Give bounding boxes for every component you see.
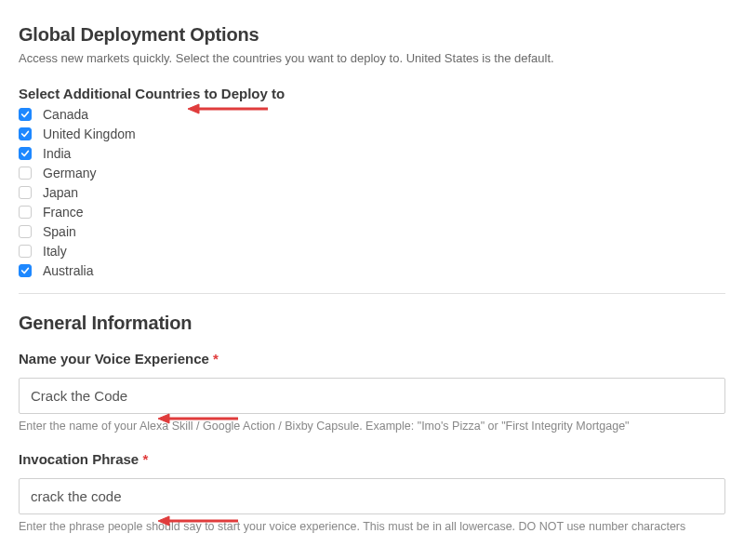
country-label: Spain xyxy=(43,224,76,239)
country-checkbox[interactable] xyxy=(19,108,32,121)
country-label: Canada xyxy=(43,107,88,122)
country-label: Germany xyxy=(43,166,97,180)
country-label: France xyxy=(43,205,84,220)
check-icon xyxy=(20,266,30,275)
name-experience-label: Name your Voice Experience * xyxy=(19,351,725,367)
name-experience-input[interactable] xyxy=(19,378,725,414)
country-label: Italy xyxy=(43,244,67,259)
country-row: United Kingdom xyxy=(19,127,725,141)
country-row: Germany xyxy=(19,166,725,180)
countries-list: CanadaUnited KingdomIndiaGermanyJapanFra… xyxy=(19,107,725,278)
country-checkbox[interactable] xyxy=(19,264,32,277)
country-row: Italy xyxy=(19,244,725,259)
country-row: Japan xyxy=(19,185,725,200)
country-row: France xyxy=(19,205,725,220)
check-icon xyxy=(20,110,30,119)
countries-label: Select Additional Countries to Deploy to xyxy=(19,86,725,101)
name-experience-helper: Enter the name of your Alexa Skill / Goo… xyxy=(19,420,725,433)
check-icon xyxy=(20,129,30,139)
country-label: Japan xyxy=(43,185,78,200)
country-checkbox[interactable] xyxy=(19,225,32,238)
name-experience-label-text: Name your Voice Experience xyxy=(19,351,209,367)
country-row: Canada xyxy=(19,107,725,122)
section-divider xyxy=(19,293,725,294)
required-marker: * xyxy=(142,451,148,467)
country-checkbox[interactable] xyxy=(19,167,32,180)
country-checkbox[interactable] xyxy=(19,186,32,199)
global-deployment-subtitle: Access new markets quickly. Select the c… xyxy=(19,51,725,65)
invocation-label: Invocation Phrase * xyxy=(19,451,725,467)
country-checkbox[interactable] xyxy=(19,206,32,219)
country-checkbox[interactable] xyxy=(19,245,32,258)
country-row: India xyxy=(19,146,725,161)
country-checkbox[interactable] xyxy=(19,147,32,160)
country-row: Australia xyxy=(19,263,725,278)
country-label: Australia xyxy=(43,263,93,278)
check-icon xyxy=(20,149,30,158)
invocation-input[interactable] xyxy=(19,478,725,514)
country-label: India xyxy=(43,146,71,161)
required-marker: * xyxy=(213,351,219,367)
global-deployment-title: Global Deployment Options xyxy=(19,24,725,46)
invocation-helper: Enter the phrase people should say to st… xyxy=(19,520,725,533)
country-row: Spain xyxy=(19,224,725,239)
general-info-title: General Information xyxy=(19,313,725,334)
invocation-label-text: Invocation Phrase xyxy=(19,451,139,467)
country-label: United Kingdom xyxy=(43,127,136,141)
country-checkbox[interactable] xyxy=(19,127,32,140)
